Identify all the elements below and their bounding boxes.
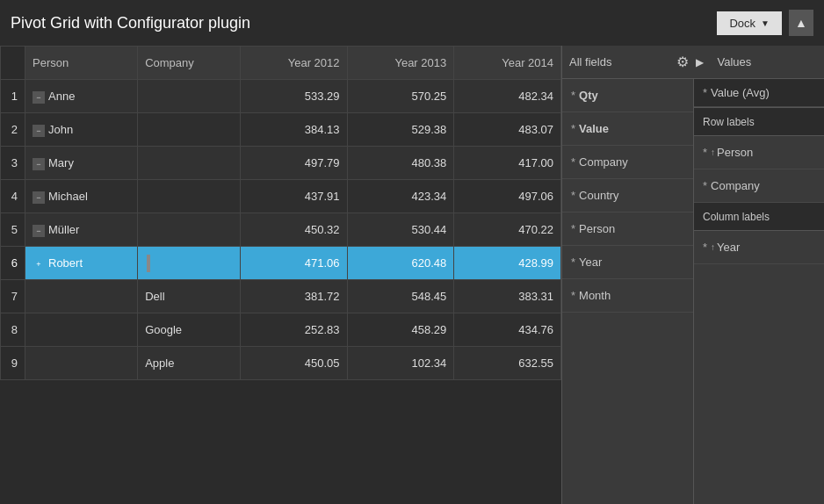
field-label: Month: [579, 289, 611, 302]
field-item[interactable]: * Qty: [562, 79, 693, 112]
table-row[interactable]: 7Dell381.72548.45383.31: [1, 280, 561, 313]
cell-year2013: 570.25: [347, 80, 454, 113]
arrow-right-icon[interactable]: ▶: [696, 56, 704, 68]
row-number: 7: [1, 280, 25, 313]
collapse-row-icon[interactable]: −: [33, 225, 45, 237]
table-row[interactable]: 8Google252.83458.29434.76: [1, 313, 561, 347]
cell-year2014: 470.22: [454, 213, 561, 247]
field-asterisk: *: [571, 89, 575, 102]
cell-company: [138, 213, 241, 247]
column-label-text: Year: [717, 241, 740, 254]
column-labels-list: * ↑ Year: [694, 231, 824, 264]
row-number: 5: [1, 213, 25, 247]
field-item[interactable]: * Year: [562, 246, 693, 279]
field-item[interactable]: * Person: [562, 212, 693, 246]
field-label: Country: [579, 189, 619, 202]
column-labels-header: Column labels: [694, 203, 824, 231]
row-label-text: Person: [717, 146, 753, 159]
table-row[interactable]: 4−Michael437.91423.34497.06: [1, 180, 561, 213]
cell-year2014: 428.99: [454, 247, 561, 280]
cell-person: −Michael: [25, 180, 138, 213]
cell-year2014: 434.76: [454, 313, 561, 347]
expand-row-icon[interactable]: +: [33, 258, 45, 270]
dock-label: Dock: [729, 17, 755, 30]
cell-year2014: 632.55: [454, 347, 561, 380]
row-number: 4: [1, 180, 25, 213]
cell-year2013: 620.48: [347, 247, 454, 280]
row-number: 6: [1, 247, 25, 280]
table-header: Person Company Year 2012 Year 2013 Year …: [1, 47, 561, 80]
config-content: * Qty* Value* Company* Country* Person* …: [562, 79, 824, 504]
row-num-header: [1, 47, 25, 80]
cell-year2013: 102.34: [347, 347, 454, 380]
row-labels-list: * ↑ Person* Company: [694, 136, 824, 203]
app-title: Pivot Grid with Configurator plugin: [11, 14, 250, 32]
cell-year2013: 423.34: [347, 180, 454, 213]
field-label: Value: [579, 122, 609, 135]
collapse-button[interactable]: ▲: [789, 10, 813, 36]
collapse-row-icon[interactable]: −: [33, 125, 45, 137]
col-year2012: Year 2012: [240, 47, 347, 80]
column-label-item[interactable]: * ↑ Year: [694, 231, 824, 264]
row-label-text: Company: [711, 179, 760, 192]
field-item[interactable]: * Country: [562, 179, 693, 212]
cell-year2012: 437.91: [240, 180, 347, 213]
field-item[interactable]: * Month: [562, 279, 693, 313]
cell-company: Dell: [138, 280, 241, 313]
collapse-row-icon[interactable]: −: [33, 158, 45, 170]
cell-year2013: 530.44: [347, 213, 454, 247]
value-entry[interactable]: * Value (Avg): [694, 79, 824, 107]
dock-chevron-icon: ▼: [761, 18, 770, 28]
row-label-item[interactable]: * ↑ Person: [694, 136, 824, 169]
row-label-item[interactable]: * Company: [694, 169, 824, 203]
row-number: 1: [1, 80, 25, 113]
collapse-row-icon[interactable]: −: [33, 191, 45, 204]
app-header: Pivot Grid with Configurator plugin Dock…: [0, 0, 824, 46]
table-row[interactable]: 6+Robert471.06620.48428.99: [1, 247, 561, 280]
table-row[interactable]: 2−John384.13529.38483.07: [1, 113, 561, 147]
config-panel: All fields ⚙ ▶ Values * Qty* Value* Comp…: [562, 46, 824, 504]
cell-person: −John: [25, 113, 138, 147]
table-row[interactable]: 9Apple450.05102.34632.55: [1, 347, 561, 380]
dock-button[interactable]: Dock ▼: [717, 11, 782, 35]
cell-company: [138, 247, 241, 280]
field-asterisk: *: [571, 256, 575, 269]
cell-year2012: 381.72: [240, 280, 347, 313]
collapse-icon: ▲: [795, 16, 807, 30]
main-layout: Person Company Year 2012 Year 2013 Year …: [0, 46, 824, 504]
cell-year2012: 252.83: [240, 313, 347, 347]
table-row[interactable]: 5−Müller450.32530.44470.22: [1, 213, 561, 247]
table-row[interactable]: 3−Mary497.79480.38417.00: [1, 147, 561, 180]
gear-icon[interactable]: ⚙: [676, 54, 689, 70]
cell-company: [138, 147, 241, 180]
sort-icon: ↑: [711, 148, 715, 157]
cell-person: −Müller: [25, 213, 138, 247]
fields-panel: * Qty* Value* Company* Country* Person* …: [562, 79, 694, 504]
cell-year2012: 497.79: [240, 147, 347, 180]
field-label: Person: [579, 222, 615, 235]
field-item[interactable]: * Value: [562, 112, 693, 146]
cell-year2012: 471.06: [240, 247, 347, 280]
cell-company: Google: [138, 313, 241, 347]
table-row[interactable]: 1−Anne533.29570.25482.34: [1, 80, 561, 113]
cell-year2014: 417.00: [454, 147, 561, 180]
cell-person: [25, 347, 138, 380]
resize-handle[interactable]: [147, 255, 150, 272]
sort-icon: ↑: [711, 242, 715, 252]
cell-year2014: 497.06: [454, 180, 561, 213]
cell-year2013: 529.38: [347, 113, 454, 147]
cell-year2012: 450.05: [240, 347, 347, 380]
values-header-label: Values: [718, 55, 818, 68]
field-item[interactable]: * Company: [562, 146, 693, 179]
collapse-row-icon[interactable]: −: [33, 91, 45, 104]
field-label: Year: [579, 256, 602, 269]
values-labels-panel: * Value (Avg) Row labels * ↑ Person* Com…: [694, 79, 824, 504]
cell-company: Apple: [138, 347, 241, 380]
field-label: Company: [579, 155, 628, 169]
cell-person: [25, 313, 138, 347]
cell-year2014: 482.34: [454, 80, 561, 113]
cell-year2014: 483.07: [454, 113, 561, 147]
cell-company: [138, 113, 241, 147]
value-asterisk: *: [703, 86, 707, 99]
config-toolbar: All fields ⚙ ▶ Values: [562, 46, 824, 79]
